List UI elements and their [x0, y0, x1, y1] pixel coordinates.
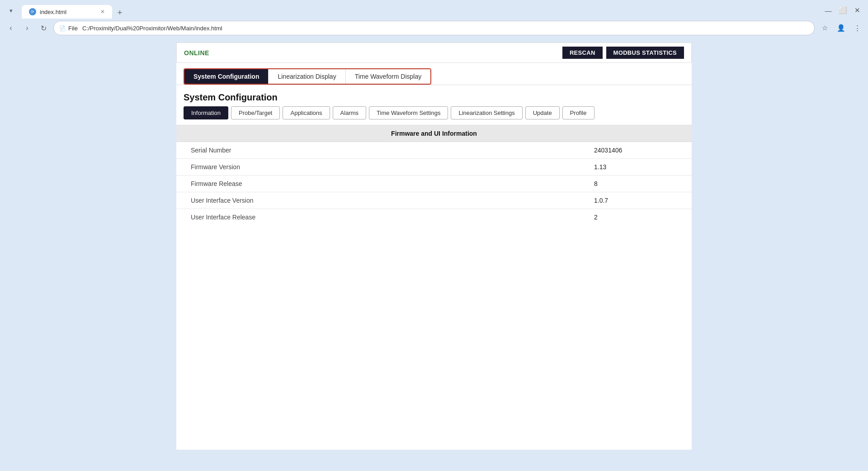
info-value-firmware-release: 8 — [594, 180, 684, 187]
page-title: System Configuration — [176, 85, 692, 106]
file-icon: 📄 — [59, 25, 66, 31]
subtab-probe-target[interactable]: Probe/Target — [231, 106, 280, 119]
status-actions: RESCAN MODBUS STATISTICS — [562, 47, 684, 59]
back-button[interactable]: ‹ — [5, 22, 17, 34]
address-prefix: File — [68, 25, 78, 32]
rescan-button[interactable]: RESCAN — [562, 47, 603, 59]
new-tab-button[interactable]: + — [114, 7, 126, 19]
table-row: User Interface Version 1.0.7 — [176, 192, 692, 209]
sub-tabs: Information Probe/Target Applications Al… — [176, 106, 692, 125]
title-bar: ▾ ⟳ index.html ✕ + — ⬜ ✕ — [0, 0, 868, 18]
info-value-ui-release: 2 — [594, 214, 684, 221]
info-label-firmware-version: Firmware Version — [184, 163, 594, 171]
subtab-applications[interactable]: Applications — [283, 106, 330, 119]
browser-chrome: ▾ ⟳ index.html ✕ + — ⬜ ✕ ‹ › ↻ 📄 File C:… — [0, 0, 868, 38]
profile-button[interactable]: 👤 — [835, 22, 847, 34]
subtab-update[interactable]: Update — [525, 106, 560, 119]
online-status: ONLINE — [184, 49, 209, 57]
table-row: Firmware Release 8 — [176, 176, 692, 192]
main-tabs: System Configuration Linearization Displ… — [184, 68, 431, 85]
menu-button[interactable]: ⋮ — [851, 22, 863, 34]
tab-close-icon[interactable]: ✕ — [100, 9, 105, 15]
tab-favicon: ⟳ — [29, 8, 36, 15]
info-label-serial: Serial Number — [184, 147, 594, 154]
history-btn[interactable]: ▾ — [5, 4, 17, 17]
close-button[interactable]: ✕ — [851, 4, 863, 17]
tab-title: index.html — [40, 9, 66, 15]
info-table: Firmware and UI Information Serial Numbe… — [176, 125, 692, 225]
modbus-statistics-button[interactable]: MODBUS STATISTICS — [606, 47, 684, 59]
tab-time-waveform-display[interactable]: Time Waveform Display — [346, 69, 431, 84]
window-action-buttons: — ⬜ ✕ — [822, 4, 863, 17]
reload-button[interactable]: ↻ — [37, 22, 50, 34]
subtab-information[interactable]: Information — [184, 106, 228, 119]
subtab-time-waveform-settings[interactable]: Time Waveform Settings — [369, 106, 448, 119]
forward-button[interactable]: › — [21, 22, 33, 34]
maximize-button[interactable]: ⬜ — [836, 4, 849, 17]
table-row: Serial Number 24031406 — [176, 142, 692, 159]
info-value-ui-version: 1.0.7 — [594, 197, 684, 204]
subtab-profile[interactable]: Profile — [562, 106, 594, 119]
tab-bar: ⟳ index.html ✕ + — [22, 2, 822, 19]
table-row: User Interface Release 2 — [176, 209, 692, 225]
browser-tab[interactable]: ⟳ index.html ✕ — [22, 5, 112, 19]
info-table-header: Firmware and UI Information — [176, 125, 692, 142]
window-controls: ▾ — [5, 4, 17, 17]
info-value-firmware-version: 1.13 — [594, 163, 684, 171]
page-content: ONLINE RESCAN MODBUS STATISTICS System C… — [176, 43, 692, 450]
address-bar-row: ‹ › ↻ 📄 File C:/Proximity/Dual%20Proximi… — [0, 18, 868, 38]
main-tabs-container: System Configuration Linearization Displ… — [176, 63, 692, 85]
info-label-ui-release: User Interface Release — [184, 214, 594, 221]
subtab-alarms[interactable]: Alarms — [333, 106, 366, 119]
bookmark-button[interactable]: ☆ — [818, 22, 831, 34]
info-label-firmware-release: Firmware Release — [184, 180, 594, 187]
minimize-button[interactable]: — — [822, 4, 835, 17]
subtab-linearization-settings[interactable]: Linearization Settings — [451, 106, 522, 119]
status-bar: ONLINE RESCAN MODBUS STATISTICS — [176, 43, 692, 63]
table-row: Firmware Version 1.13 — [176, 159, 692, 176]
address-bar[interactable]: 📄 File C:/Proximity/Dual%20Proximitor/We… — [53, 21, 815, 35]
info-label-ui-version: User Interface Version — [184, 197, 594, 204]
tab-linearization-display[interactable]: Linearization Display — [269, 69, 345, 84]
address-url: C:/Proximity/Dual%20Proximitor/Web/Main/… — [82, 25, 222, 32]
tab-system-configuration[interactable]: System Configuration — [184, 69, 269, 84]
info-value-serial: 24031406 — [594, 147, 684, 154]
